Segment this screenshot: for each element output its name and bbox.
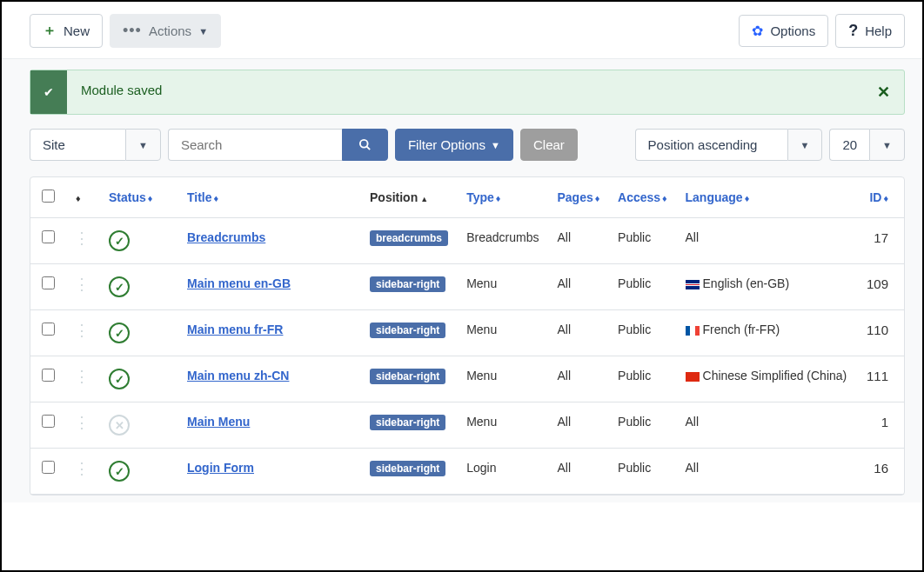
id-cell: 109 [857, 264, 904, 310]
options-button[interactable]: ✿ Options [739, 15, 828, 47]
actions-button-label: Actions [149, 23, 191, 38]
search-button[interactable] [342, 129, 388, 161]
language-cell: All [677, 218, 858, 264]
drag-handle-icon[interactable]: ⋮ [74, 322, 90, 339]
limit-select[interactable]: 20 ▼ [829, 129, 905, 161]
chevron-down-icon: ▼ [138, 140, 148, 150]
type-cell: Login [458, 449, 548, 495]
module-title-link[interactable]: Main Menu [187, 415, 250, 429]
status-toggle[interactable]: ✓ [109, 323, 130, 343]
status-toggle[interactable]: ✓ [109, 369, 130, 389]
status-toggle[interactable]: ✓ [109, 276, 130, 297]
svg-line-1 [366, 146, 370, 150]
sort-select-toggle[interactable]: ▼ [787, 129, 823, 161]
sort-icon: ♦ [595, 193, 600, 203]
id-cell: 110 [857, 310, 904, 356]
language-cell: English (en-GB) [677, 264, 858, 310]
table-row: ⋮ ✓ Breadcrumbs breadcrumbs Breadcrumbs … [30, 218, 904, 264]
search-icon [358, 138, 372, 151]
status-toggle[interactable]: ✓ [109, 230, 130, 251]
ellipsis-icon: ••• [123, 22, 142, 40]
drag-handle-icon[interactable]: ⋮ [74, 229, 90, 247]
table-row: ⋮ ✕ Main Menu sidebar-right Menu All Pub… [30, 402, 904, 449]
column-status[interactable]: Status♦ [100, 177, 178, 218]
filter-options-button[interactable]: Filter Options ▼ [395, 129, 513, 161]
access-cell: Public [609, 310, 676, 356]
language-cell: Chinese Simplified (China) [677, 356, 858, 402]
access-cell: Public [609, 402, 676, 449]
drag-handle-icon[interactable]: ⋮ [74, 368, 90, 385]
limit-select-toggle[interactable]: ▼ [869, 129, 905, 161]
options-button-label: Options [770, 23, 815, 38]
module-title-link[interactable]: Login Form [187, 461, 254, 475]
position-badge[interactable]: breadcrumbs [370, 230, 448, 246]
access-cell: Public [609, 218, 676, 264]
filter-bar: Site ▼ Filter Options ▼ Clear Position a… [30, 129, 905, 161]
plus-icon: ＋ [43, 22, 57, 40]
row-checkbox[interactable] [42, 230, 55, 243]
sort-icon: ♦ [214, 193, 219, 203]
column-language[interactable]: Language♦ [677, 177, 858, 218]
chevron-down-icon: ▼ [198, 26, 208, 37]
position-badge[interactable]: sidebar-right [370, 276, 445, 292]
new-button[interactable]: ＋ New [30, 14, 103, 48]
row-checkbox[interactable] [42, 369, 55, 382]
status-toggle[interactable]: ✓ [109, 461, 130, 482]
alert-message: Module saved [67, 70, 863, 114]
sort-icon: ♦ [496, 193, 501, 203]
clear-button[interactable]: Clear [520, 129, 578, 161]
column-pages[interactable]: Pages♦ [548, 177, 609, 218]
module-title-link[interactable]: Main menu zh-CN [187, 369, 289, 382]
pages-cell: All [548, 356, 609, 402]
client-select-toggle[interactable]: ▼ [125, 129, 161, 161]
id-cell: 17 [857, 218, 904, 264]
row-checkbox[interactable] [42, 415, 55, 428]
sort-icon: ♦ [662, 193, 667, 203]
chevron-down-icon: ▼ [882, 140, 892, 150]
pages-cell: All [548, 218, 609, 264]
actions-button[interactable]: ••• Actions ▼ [110, 14, 221, 48]
drag-handle-icon[interactable]: ⋮ [74, 414, 90, 431]
column-ordering[interactable]: ♦ [65, 177, 100, 218]
help-button[interactable]: ? Help [835, 14, 905, 48]
select-all-checkbox[interactable] [42, 190, 55, 203]
module-title-link[interactable]: Breadcrumbs [187, 230, 265, 244]
gear-icon: ✿ [752, 23, 763, 39]
row-checkbox[interactable] [42, 461, 55, 474]
flag-cn-icon [686, 372, 700, 382]
position-badge[interactable]: sidebar-right [370, 369, 445, 384]
access-cell: Public [609, 356, 676, 402]
column-id[interactable]: ID♦ [857, 177, 904, 218]
language-cell: All [677, 402, 858, 449]
status-toggle[interactable]: ✕ [109, 415, 130, 436]
toolbar: ＋ New ••• Actions ▼ ✿ Options ? Help [2, 2, 922, 58]
flag-fr-icon [686, 326, 700, 336]
module-title-link[interactable]: Main menu fr-FR [187, 323, 283, 336]
column-title[interactable]: Title♦ [178, 177, 361, 218]
position-badge[interactable]: sidebar-right [370, 415, 445, 430]
search-input[interactable] [168, 129, 342, 161]
drag-handle-icon[interactable]: ⋮ [74, 276, 90, 293]
row-checkbox[interactable] [42, 323, 55, 336]
access-cell: Public [609, 449, 676, 495]
type-cell: Menu [458, 264, 548, 310]
position-badge[interactable]: sidebar-right [370, 323, 445, 338]
limit-select-value: 20 [829, 129, 869, 161]
module-title-link[interactable]: Main menu en-GB [187, 276, 291, 290]
alert-icon-box: ✔ [30, 70, 67, 114]
client-select[interactable]: Site ▼ [30, 129, 161, 161]
column-position[interactable]: Position▲ [361, 177, 458, 218]
drag-handle-icon[interactable]: ⋮ [74, 460, 90, 477]
sort-select[interactable]: Position ascending ▼ [635, 129, 823, 161]
filter-options-label: Filter Options [408, 137, 485, 152]
id-cell: 16 [857, 449, 904, 495]
table-row: ⋮ ✓ Login Form sidebar-right Login All P… [30, 449, 904, 495]
position-badge[interactable]: sidebar-right [370, 461, 445, 476]
column-type[interactable]: Type♦ [458, 177, 548, 218]
sort-select-value: Position ascending [635, 129, 787, 161]
row-checkbox[interactable] [42, 276, 55, 289]
column-access[interactable]: Access♦ [609, 177, 676, 218]
sort-icon: ♦ [76, 193, 81, 203]
close-alert-button[interactable]: ✕ [863, 70, 904, 114]
table-row: ⋮ ✓ Main menu zh-CN sidebar-right Menu A… [30, 356, 904, 402]
